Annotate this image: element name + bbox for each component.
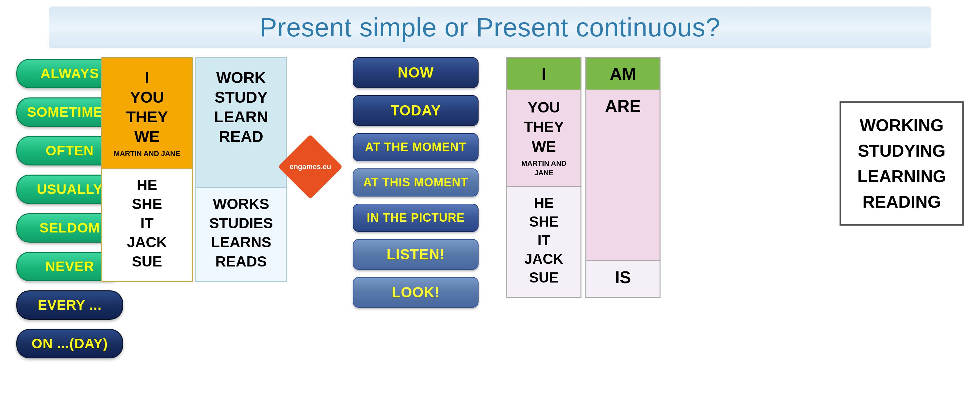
conj-verb-bottom: IS: [586, 260, 660, 297]
adverb-every[interactable]: EVERY ...: [16, 291, 123, 320]
verb-box: WORKSTUDYLEARNREAD WORKSSTUDIESLEARNSREA…: [195, 57, 287, 282]
pronoun-verb-section: IYOUTHEYWE MARTIN AND JANE HESHEITJACKSU…: [101, 57, 287, 282]
time-expressions-column: NOW TODAY AT THE MOMENT AT THIS MOMENT I…: [353, 57, 479, 308]
adverb-on-day[interactable]: ON ...(DAY): [16, 329, 123, 358]
verb-box-bottom: WORKSSTUDIESLEARNSREADS: [196, 187, 286, 281]
title-bar: Present simple or Present continuous?: [49, 6, 931, 48]
pronoun-box-top: IYOUTHEYWE MARTIN AND JANE: [102, 58, 192, 168]
pronoun-box: IYOUTHEYWE MARTIN AND JANE HESHEITJACKSU…: [101, 57, 193, 282]
conj-pronoun-bottom: HESHEITJACKSUE: [508, 186, 581, 297]
time-in-the-picture[interactable]: IN THE PICTURE: [353, 204, 479, 232]
conj-verb-top: ARE: [586, 89, 660, 260]
diamond-label: engames.eu: [290, 163, 331, 171]
time-today[interactable]: TODAY: [353, 95, 479, 126]
conj-martin-jane: MARTIN AND JANE: [512, 159, 576, 177]
time-now[interactable]: NOW: [353, 57, 479, 88]
conjugation-pronoun-col: I YOUTHEYWE MARTIN AND JANE HESHEITJACKS…: [506, 57, 581, 298]
conj-verb-header: AM: [586, 58, 660, 89]
conj-pronoun-top: YOUTHEYWE MARTIN AND JANE: [508, 89, 581, 186]
time-at-the-moment[interactable]: AT THE MOMENT: [353, 133, 479, 161]
working-text: WORKINGSTUDYINGLEARNINGREADING: [857, 112, 946, 214]
conj-pronoun-header: I: [508, 58, 581, 89]
page-title: Present simple or Present continuous?: [62, 13, 918, 43]
time-listen[interactable]: LISTEN!: [353, 239, 479, 270]
martin-jane-label: MARTIN AND JANE: [109, 149, 185, 158]
time-at-this-moment[interactable]: AT THIS MOMENT: [353, 168, 479, 196]
conjugation-verb-col: AM ARE IS: [585, 57, 660, 298]
top-pronouns: IYOUTHEYWE: [109, 68, 185, 147]
time-look[interactable]: LOOK!: [353, 277, 479, 308]
conjugation-table: I YOUTHEYWE MARTIN AND JANE HESHEITJACKS…: [506, 57, 660, 298]
diamond-container: engames.eu: [284, 141, 336, 193]
pronoun-box-bottom: HESHEITJACKSUE: [102, 168, 192, 281]
working-box: WORKINGSTUDYINGLEARNINGREADING: [840, 101, 964, 226]
verb-box-top: WORKSTUDYLEARNREAD: [196, 58, 286, 187]
